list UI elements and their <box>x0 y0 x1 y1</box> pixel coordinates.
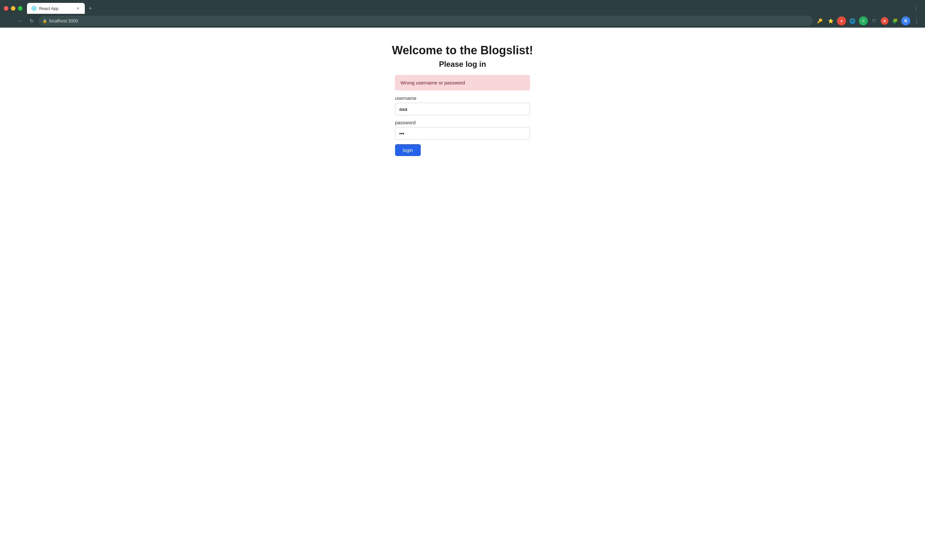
svg-point-1 <box>33 8 35 9</box>
maximize-button[interactable] <box>18 6 23 11</box>
back-button[interactable]: ← <box>4 17 13 26</box>
tab-bar: React App ✕ + ⋮ <box>0 0 925 14</box>
login-button[interactable]: login <box>395 144 421 156</box>
address-bar: ← → ↻ 🔒 localhost:3000 🔑 ⭐ ● 🌐 G 🛡 A 🧩 B… <box>0 14 925 28</box>
tab-title: React App <box>39 6 72 11</box>
key-icon[interactable]: 🔑 <box>815 17 824 26</box>
refresh-icon: ↻ <box>30 18 34 24</box>
page-content: Welcome to the Blogslist! Please log in … <box>0 28 925 560</box>
extension-green-icon[interactable]: G <box>859 17 868 26</box>
back-icon: ← <box>6 18 11 24</box>
extension-red-icon[interactable]: ● <box>837 17 846 26</box>
refresh-button[interactable]: ↻ <box>27 17 36 26</box>
toolbar-icons: 🔑 ⭐ ● 🌐 G 🛡 A 🧩 B ⋮ <box>815 17 921 26</box>
username-label: username <box>395 95 530 101</box>
tab-close-button[interactable]: ✕ <box>75 6 80 11</box>
extension-shield-icon[interactable]: 🛡 <box>870 17 879 26</box>
extension-a-icon[interactable]: A <box>881 17 888 25</box>
tab-favicon-icon <box>32 6 37 11</box>
browser-menu-button[interactable]: ⋮ <box>911 4 921 13</box>
error-message: Wrong username or password <box>395 75 530 90</box>
url-display: localhost:3000 <box>49 18 809 23</box>
extensions-icon[interactable]: 🧩 <box>890 17 899 26</box>
page-title: Welcome to the Blogslist! <box>392 44 533 57</box>
login-form: Wrong username or password username pass… <box>395 75 530 156</box>
close-button[interactable] <box>4 6 8 11</box>
page-subtitle: Please log in <box>439 60 486 69</box>
window-controls <box>4 6 23 11</box>
username-input[interactable] <box>395 103 530 115</box>
active-tab[interactable]: React App ✕ <box>27 3 85 14</box>
extension-globe-icon[interactable]: 🌐 <box>848 17 857 26</box>
password-input[interactable] <box>395 127 530 140</box>
forward-button[interactable]: → <box>15 17 24 26</box>
minimize-button[interactable] <box>11 6 15 11</box>
address-input-wrapper[interactable]: 🔒 localhost:3000 <box>39 16 813 26</box>
browser-chrome: React App ✕ + ⋮ ← → ↻ 🔒 localhost:3000 🔑… <box>0 0 925 28</box>
forward-icon: → <box>17 18 23 24</box>
browser-options-icon[interactable]: ⋮ <box>912 17 921 26</box>
lock-icon: 🔒 <box>42 19 47 23</box>
profile-avatar[interactable]: B <box>901 17 910 26</box>
new-tab-button[interactable]: + <box>86 4 95 13</box>
bookmark-icon[interactable]: ⭐ <box>826 17 835 26</box>
password-label: password <box>395 120 530 125</box>
